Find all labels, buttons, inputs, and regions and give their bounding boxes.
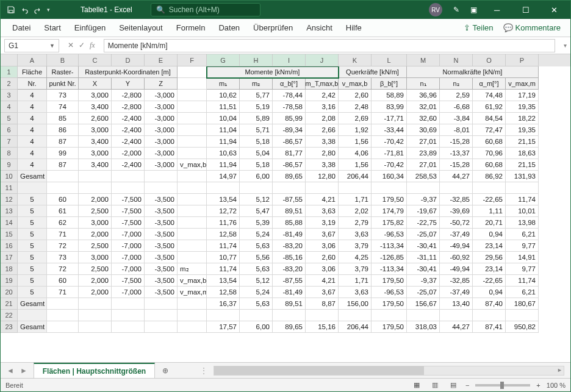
spreadsheet-grid[interactable]: ABCDEFGHIJKLMNOP 1FlächeRaster-Rasterpun… — [1, 54, 570, 362]
save-icon[interactable] — [7, 5, 15, 14]
cell-H22[interactable] — [240, 310, 273, 321]
col-header-A[interactable]: A — [18, 54, 47, 66]
formula-input[interactable]: Momente [kNm/m] — [104, 39, 555, 52]
row-header-7[interactable]: 7 — [1, 136, 18, 148]
cell-P14[interactable]: 13,98 — [506, 217, 539, 229]
cell-H3[interactable]: 5,77 — [240, 90, 273, 101]
hdr-normalkraefte[interactable]: Normalkräfte [kN/m] — [407, 66, 539, 78]
cell-F21[interactable] — [178, 298, 207, 310]
cell-M8[interactable]: 23,89 — [407, 148, 440, 159]
cell-N9[interactable]: -15,28 — [440, 159, 473, 171]
row-header-15[interactable]: 15 — [1, 229, 18, 240]
cell-C21[interactable] — [79, 298, 112, 310]
cell-L12[interactable]: 179,50 — [372, 194, 407, 205]
cell-N10[interactable]: 44,27 — [440, 171, 473, 182]
cell-K16[interactable]: 3,79 — [339, 240, 372, 252]
hdr2-G[interactable]: m₁ — [207, 78, 240, 90]
cell-J16[interactable]: 3,06 — [306, 240, 339, 252]
cell-L17[interactable]: -126,85 — [372, 252, 407, 263]
col-header-H[interactable]: H — [240, 54, 273, 66]
col-header-G[interactable]: G — [207, 54, 240, 66]
cell-P3[interactable]: 17,19 — [506, 90, 539, 101]
close-button[interactable]: ✕ — [540, 1, 568, 19]
row-header-18[interactable]: 18 — [1, 263, 18, 275]
cell-J4[interactable]: 3,16 — [306, 101, 339, 113]
comments-button[interactable]: 💬Kommentare — [498, 23, 566, 32]
cell-F15[interactable] — [178, 229, 207, 240]
row-header-14[interactable]: 14 — [1, 217, 18, 229]
cell-A5[interactable]: 4 — [18, 113, 47, 124]
cell-N23[interactable]: 44,27 — [440, 321, 473, 333]
cell-G4[interactable]: 11,51 — [207, 101, 240, 113]
cell-N8[interactable]: -13,37 — [440, 148, 473, 159]
ribbon-tab-einfügen[interactable]: Einfügen — [68, 19, 112, 37]
hdr-querkraefte[interactable]: Querkräfte [kN/m] — [339, 66, 407, 78]
cell-M23[interactable]: 318,03 — [407, 321, 440, 333]
cell-G12[interactable]: 13,54 — [207, 194, 240, 205]
cell-I17[interactable]: -85,16 — [273, 252, 306, 263]
cell-B17[interactable]: 73 — [47, 252, 79, 263]
cell-B12[interactable]: 60 — [47, 194, 79, 205]
cell-G16[interactable]: 11,74 — [207, 240, 240, 252]
cell-E14[interactable]: -3,500 — [145, 217, 178, 229]
drawmode-icon[interactable]: ✎ — [448, 5, 464, 14]
cell-F7[interactable] — [178, 136, 207, 148]
cell-A10[interactable]: Gesamt — [18, 171, 47, 182]
cell-C6[interactable]: 3,000 — [79, 124, 112, 136]
cell-N16[interactable]: -49,94 — [440, 240, 473, 252]
zoom-level[interactable]: 100 % — [547, 382, 566, 389]
cell-K21[interactable]: 156,00 — [339, 298, 372, 310]
cell-P11[interactable] — [506, 182, 539, 194]
select-all-corner[interactable] — [1, 54, 18, 66]
hdr2-P[interactable]: v_max,m — [506, 78, 539, 90]
cell-L20[interactable]: -96,53 — [372, 287, 407, 298]
cell-L14[interactable]: 175,82 — [372, 217, 407, 229]
cell-C5[interactable]: 2,600 — [79, 113, 112, 124]
cell-I10[interactable]: 89,65 — [273, 171, 306, 182]
cell-F16[interactable] — [178, 240, 207, 252]
cell-M9[interactable]: 27,01 — [407, 159, 440, 171]
cell-H15[interactable]: 5,24 — [240, 229, 273, 240]
cell-L13[interactable]: 174,79 — [372, 205, 407, 217]
cell-G17[interactable]: 10,77 — [207, 252, 240, 263]
cell-J20[interactable]: 3,67 — [306, 287, 339, 298]
cell-N17[interactable]: -60,92 — [440, 252, 473, 263]
cell-H12[interactable]: 5,12 — [240, 194, 273, 205]
cell-F10[interactable] — [178, 171, 207, 182]
cell-D11[interactable] — [112, 182, 145, 194]
cell-H8[interactable]: 5,04 — [240, 148, 273, 159]
ribbon-tab-datei[interactable]: Datei — [5, 19, 37, 37]
cell-N15[interactable]: -37,49 — [440, 229, 473, 240]
cell-D16[interactable]: -7,000 — [112, 240, 145, 252]
cell-P7[interactable]: 21,15 — [506, 136, 539, 148]
cell-P9[interactable]: 21,15 — [506, 159, 539, 171]
cell-B15[interactable]: 71 — [47, 229, 79, 240]
cell-L10[interactable]: 160,34 — [372, 171, 407, 182]
cell-G23[interactable]: 17,57 — [207, 321, 240, 333]
cell-B19[interactable]: 60 — [47, 275, 79, 287]
maximize-button[interactable]: ☐ — [512, 1, 539, 19]
sheet-prev-icon[interactable]: ◄ — [7, 366, 14, 375]
cell-I7[interactable]: -86,57 — [273, 136, 306, 148]
cell-L18[interactable]: -113,34 — [372, 263, 407, 275]
col-header-I[interactable]: I — [273, 54, 306, 66]
cell-J14[interactable]: 3,19 — [306, 217, 339, 229]
cell-E7[interactable]: -3,000 — [145, 136, 178, 148]
row-header-1[interactable]: 1 — [1, 66, 18, 78]
cell-P21[interactable]: 180,67 — [506, 298, 539, 310]
redo-icon[interactable] — [34, 5, 42, 14]
cell-E13[interactable]: -3,500 — [145, 205, 178, 217]
cell-H5[interactable]: 5,89 — [240, 113, 273, 124]
cell-K17[interactable]: 4,25 — [339, 252, 372, 263]
row-header-8[interactable]: 8 — [1, 148, 18, 159]
cell-P22[interactable] — [506, 310, 539, 321]
cell-L15[interactable]: -96,53 — [372, 229, 407, 240]
cell-J10[interactable]: 12,80 — [306, 171, 339, 182]
cell-K6[interactable]: 1,92 — [339, 124, 372, 136]
cell-G8[interactable]: 10,63 — [207, 148, 240, 159]
cell-C4[interactable]: 3,400 — [79, 101, 112, 113]
row-header-5[interactable]: 5 — [1, 113, 18, 124]
cell-J7[interactable]: 3,38 — [306, 136, 339, 148]
view-normal-icon[interactable]: ▦ — [411, 380, 423, 390]
row-header-13[interactable]: 13 — [1, 205, 18, 217]
